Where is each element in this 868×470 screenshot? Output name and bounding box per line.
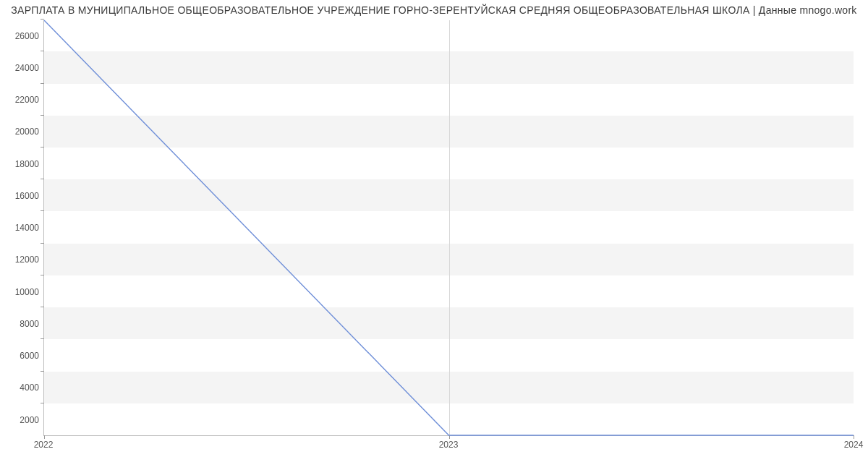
x-tick <box>449 435 450 439</box>
y-tick-label: 6000 <box>4 351 39 361</box>
x-tick <box>854 435 854 439</box>
x-tick-label: 2023 <box>439 440 459 450</box>
chart-container: ЗАРПЛАТА В МУНИЦИПАЛЬНОЕ ОБЩЕОБРАЗОВАТЕЛ… <box>0 0 868 470</box>
y-tick-label: 24000 <box>4 63 39 73</box>
y-tick-label: 2000 <box>4 415 39 425</box>
y-tick-label: 4000 <box>4 383 39 393</box>
chart-title: ЗАРПЛАТА В МУНИЦИПАЛЬНОЕ ОБЩЕОБРАЗОВАТЕЛ… <box>0 4 868 16</box>
x-tick-label: 2022 <box>34 440 54 450</box>
y-tick-label: 20000 <box>4 127 39 137</box>
x-tick-label: 2024 <box>844 440 864 450</box>
y-tick-label: 22000 <box>4 95 39 105</box>
y-tick-label: 10000 <box>4 287 39 297</box>
y-tick-label: 8000 <box>4 319 39 329</box>
plot-area <box>43 20 854 436</box>
data-line <box>44 20 854 435</box>
y-tick <box>41 19 44 20</box>
y-tick-label: 26000 <box>4 31 39 41</box>
y-tick-label: 12000 <box>4 255 39 265</box>
y-tick-label: 16000 <box>4 191 39 201</box>
x-tick <box>44 435 45 439</box>
y-tick-label: 14000 <box>4 223 39 233</box>
y-tick-label: 18000 <box>4 159 39 169</box>
